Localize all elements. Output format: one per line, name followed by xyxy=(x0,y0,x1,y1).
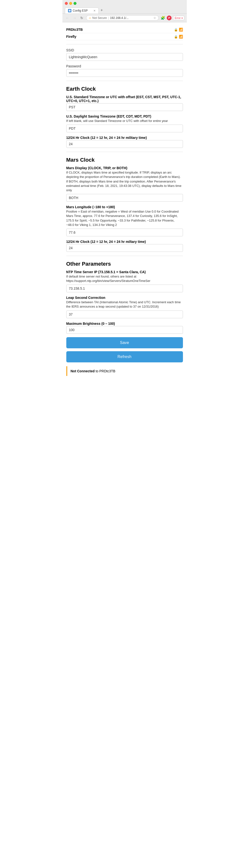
ntp-input[interactable] xyxy=(66,285,183,292)
back-button[interactable]: ← xyxy=(65,16,70,20)
ssid-input[interactable] xyxy=(66,53,183,61)
mars-longitude-label: Mars Longitude (−180 to +180) xyxy=(66,205,183,209)
mars-clock-format-label: 12/24 Hr Clock (12 = 12 hr, 24 = 24 hr m… xyxy=(66,240,183,244)
refresh-button[interactable]: Refresh xyxy=(66,351,183,362)
password-input[interactable] xyxy=(66,69,183,77)
address-url: 192.168.4.1/... xyxy=(110,16,129,20)
wifi-name-prdtc3tb: PRDtc3TB xyxy=(66,28,83,32)
reload-button[interactable]: ↻ xyxy=(79,16,84,20)
tab-favicon xyxy=(68,9,71,12)
divider-other-params xyxy=(66,256,183,256)
browser-tabs: Config ESP ✕ + xyxy=(65,7,184,13)
error-badge[interactable]: Error ▾ xyxy=(173,16,184,20)
earth-clock-format-field-group: 12/24 Hr Clock (12 = 12 hr, 24 = 24 hr m… xyxy=(66,136,183,148)
close-button[interactable] xyxy=(65,2,68,5)
browser-chrome: Config ESP ✕ + xyxy=(63,0,187,14)
timezone-standard-input[interactable] xyxy=(66,103,183,111)
error-label: Error xyxy=(175,17,180,20)
wifi-item-firefly: Firefly 🔒 📶 xyxy=(66,33,183,40)
password-field-group: Password xyxy=(66,64,183,77)
mars-longitude-input[interactable] xyxy=(66,228,183,236)
status-prefix: Not Connected xyxy=(71,369,95,373)
timezone-dst-label: U.S. Daylight Saving Timezone (EDT, CDT,… xyxy=(66,115,183,118)
divider-wifi xyxy=(66,44,183,44)
wifi-name-firefly: Firefly xyxy=(66,35,76,38)
timezone-dst-desc: If left blank, will use Standard Timezon… xyxy=(66,119,183,123)
lock-icon-firefly: 🔒 xyxy=(174,35,178,38)
signal-icon-prdtc3tb: 📶 xyxy=(179,28,183,32)
ssid-label: SSID xyxy=(66,48,183,52)
minimize-button[interactable] xyxy=(69,2,72,5)
ntp-label: NTP Time Server IP (73.158.5.1 = Santa C… xyxy=(66,270,183,274)
security-warning-icon: ⚠ xyxy=(89,17,91,20)
tab-close-button[interactable]: ✕ xyxy=(94,9,96,12)
leap-label: Leap Second Correction xyxy=(66,296,183,300)
extension-p-icon[interactable]: P xyxy=(167,16,172,20)
lock-icon-prdtc3tb: 🔒 xyxy=(174,28,178,32)
timezone-dst-input[interactable] xyxy=(66,125,183,132)
save-button[interactable]: Save xyxy=(66,337,183,348)
wifi-network-list: PRDtc3TB 🔒 📶 Firefly 🔒 📶 xyxy=(66,26,183,40)
address-field[interactable]: ⚠ Not Secure | 192.168.4.1/... ☆ xyxy=(86,15,159,21)
leap-input[interactable] xyxy=(66,310,183,318)
timezone-standard-field-group: U.S. Standard Timezone or UTC with offse… xyxy=(66,95,183,111)
mars-clock-format-input[interactable] xyxy=(66,244,183,252)
ntp-field-group: NTP Time Server IP (73.158.5.1 = Santa C… xyxy=(66,270,183,292)
error-chevron-icon: ▾ xyxy=(181,17,183,20)
mars-clock-heading: Mars Clock xyxy=(66,157,183,163)
not-secure-label: Not Secure xyxy=(93,16,107,20)
address-bar: ← → ↻ ⚠ Not Secure | 192.168.4.1/... ☆ 🧩… xyxy=(63,14,187,22)
status-network-name: PRDtc3TB xyxy=(100,369,115,373)
mars-clock-format-field-group: 12/24 Hr Clock (12 = 12 hr, 24 = 24 hr m… xyxy=(66,240,183,252)
divider-mars-clock xyxy=(66,152,183,152)
maximize-button[interactable] xyxy=(74,2,76,5)
earth-clock-format-label: 12/24 Hr Clock (12 = 12 hr, 24 = 24 hr m… xyxy=(66,136,183,140)
svg-point-0 xyxy=(69,10,71,12)
mars-longitude-desc: Positive = East of meridian, negative = … xyxy=(66,210,183,227)
bookmark-star-icon[interactable]: ☆ xyxy=(153,16,156,20)
forward-button[interactable]: → xyxy=(72,16,77,20)
password-label: Password xyxy=(66,64,183,68)
timezone-dst-field-group: U.S. Daylight Saving Timezone (EDT, CDT,… xyxy=(66,115,183,132)
wifi-icons-prdtc3tb: 🔒 📶 xyxy=(174,28,183,32)
brightness-label: Maximum Brightness (0 – 100) xyxy=(66,322,183,326)
traffic-lights xyxy=(65,2,184,5)
tab-title: Config ESP xyxy=(73,9,88,12)
earth-clock-format-input[interactable] xyxy=(66,140,183,148)
page-content: PRDtc3TB 🔒 📶 Firefly 🔒 📶 SSID Password E… xyxy=(63,22,187,380)
timezone-standard-label: U.S. Standard Timezone or UTC with offse… xyxy=(66,95,183,103)
browser-extensions: 🧩 P Error ▾ xyxy=(161,16,184,20)
mars-longitude-field-group: Mars Longitude (−180 to +180) Positive =… xyxy=(66,205,183,236)
mars-display-desc: If CLOCK, displays Mars time at specifie… xyxy=(66,170,183,192)
brightness-input[interactable] xyxy=(66,326,183,334)
address-separator: | xyxy=(108,16,109,20)
other-params-heading: Other Parameters xyxy=(66,261,183,267)
status-bar: Not Connected to PRDtc3TB xyxy=(66,366,183,376)
wifi-item-prdtc3tb: PRDtc3TB 🔒 📶 xyxy=(66,26,183,33)
active-tab[interactable]: Config ESP ✕ xyxy=(65,7,99,13)
signal-icon-firefly: 📶 xyxy=(179,35,183,38)
brightness-field-group: Maximum Brightness (0 – 100) xyxy=(66,322,183,334)
puzzle-icon[interactable]: 🧩 xyxy=(161,16,165,20)
earth-clock-heading: Earth Clock xyxy=(66,86,183,92)
ntp-desc: If default time server not found, others… xyxy=(66,274,183,283)
wifi-icons-firefly: 🔒 📶 xyxy=(174,35,183,38)
ssid-field-group: SSID xyxy=(66,48,183,61)
new-tab-button[interactable]: + xyxy=(99,7,105,13)
mars-display-field-group: Mars Display (CLOCK, TRIP, or BOTH) If C… xyxy=(66,166,183,202)
leap-desc: Difference between TAI (International At… xyxy=(66,300,183,309)
mars-display-label: Mars Display (CLOCK, TRIP, or BOTH) xyxy=(66,166,183,170)
leap-field-group: Leap Second Correction Difference betwee… xyxy=(66,296,183,318)
status-text: Not Connected to PRDtc3TB xyxy=(71,369,115,373)
status-suffix: to xyxy=(96,369,100,373)
mars-display-input[interactable] xyxy=(66,194,183,202)
